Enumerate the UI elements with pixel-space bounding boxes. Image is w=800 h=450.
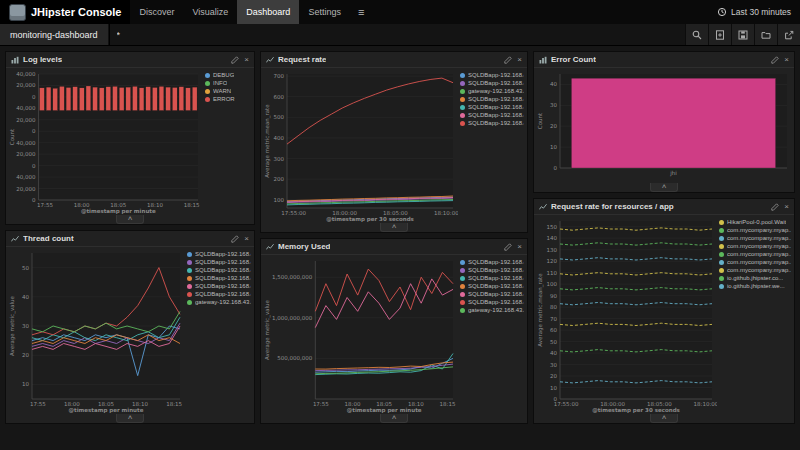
legend-item[interactable]: SQLDBapp-192.168.4... <box>187 251 251 257</box>
legend-item[interactable]: SQLDBapp-192.168.4... <box>460 120 524 126</box>
legend-item[interactable]: SQLDBapp-192.168.4... <box>460 104 524 110</box>
legend-item[interactable]: SQLDBapp-192.168.4... <box>460 72 524 78</box>
legend-color-dot <box>719 220 724 225</box>
panel-title[interactable]: Memory Used <box>278 242 330 251</box>
remove-panel-icon[interactable]: × <box>784 203 789 211</box>
legend-item[interactable]: SQLDBapp-192.168.4... <box>460 80 524 86</box>
legend-item[interactable]: com.mycompany.myap... <box>719 251 791 257</box>
share-button[interactable] <box>777 24 800 45</box>
clock-icon <box>717 7 727 17</box>
load-dashboard-button[interactable] <box>754 24 777 45</box>
svg-text:110: 110 <box>547 270 558 276</box>
legend-color-dot <box>460 89 465 94</box>
legend-item[interactable]: SQLDBapp-192.168.4... <box>187 291 251 297</box>
svg-text:90: 90 <box>550 293 557 299</box>
edit-panel-icon[interactable] <box>771 56 779 64</box>
legend-item[interactable]: gateway-192.168.43.8... <box>460 88 524 94</box>
legend-label: io.github.jhipster.co... <box>727 275 783 281</box>
search-button[interactable] <box>685 24 708 45</box>
legend-item[interactable]: HikariPool-0.pool.Wait <box>719 219 791 225</box>
panel-title[interactable]: Request rate for resources / app <box>551 202 674 211</box>
legend-item[interactable]: io.github.jhipster.co... <box>719 275 791 281</box>
legend-item[interactable]: com.mycompany.myap... <box>719 243 791 249</box>
legend-label: SQLDBapp-192.168.4... <box>468 275 524 281</box>
bar-chart-icon <box>539 56 547 64</box>
time-filter-button[interactable]: Last 30 minutes <box>717 0 800 24</box>
legend-item[interactable]: SQLDBapp-192.168.4... <box>460 283 524 289</box>
collapse-panel-button[interactable]: ˄ <box>534 414 794 423</box>
edit-panel-icon[interactable] <box>504 56 512 64</box>
svg-text:Count: Count <box>9 128 15 145</box>
remove-panel-icon[interactable]: × <box>517 243 522 251</box>
edit-panel-icon[interactable] <box>504 243 512 251</box>
collapse-panel-button[interactable]: ˄ <box>534 183 794 192</box>
save-dashboard-button[interactable] <box>731 24 754 45</box>
collapse-panel-button[interactable]: ˄ <box>6 215 254 224</box>
panel-title[interactable]: Request rate <box>278 55 326 64</box>
panel-header: Request rate × <box>261 52 527 68</box>
svg-text:0: 0 <box>32 128 36 134</box>
nav-item-discover[interactable]: Discover <box>130 0 183 24</box>
legend-color-dot <box>460 308 465 313</box>
legend-color-dot <box>719 228 724 233</box>
legend-item[interactable]: SQLDBapp-192.168.4... <box>187 275 251 281</box>
legend-item[interactable]: SQLDBapp-192.168.4... <box>460 112 524 118</box>
hamburger-menu-icon[interactable]: ≡ <box>350 0 372 24</box>
legend-item[interactable]: SQLDBapp-192.168.4... <box>187 267 251 273</box>
legend-item[interactable]: SQLDBapp-192.168.4... <box>460 267 524 273</box>
panel-log-levels: Log levels × 40,00020,000040,00020,00004… <box>5 51 255 225</box>
legend-item[interactable]: SQLDBapp-192.168.4... <box>460 299 524 305</box>
edit-panel-icon[interactable] <box>771 203 779 211</box>
thread-count-chart: 504030201017:5518:0018:0518:1018:15Avera… <box>8 248 185 413</box>
svg-text:18:10:00: 18:10:00 <box>434 210 458 216</box>
svg-text:700: 700 <box>274 73 285 79</box>
legend-item[interactable]: ERROR <box>205 96 251 102</box>
legend-item[interactable]: DEBUG <box>205 72 251 78</box>
svg-text:40,000: 40,000 <box>16 105 36 111</box>
panel-request-rate: Request rate × 70060050040030020010017:5… <box>260 51 528 233</box>
chevron-up-icon: ˄ <box>380 414 409 423</box>
remove-panel-icon[interactable]: × <box>784 56 789 64</box>
collapse-panel-button[interactable]: ˄ <box>6 414 254 423</box>
legend-item[interactable]: com.mycompany.myap... <box>719 259 791 265</box>
legend-item[interactable]: io.github.jhipster.we... <box>719 283 791 289</box>
legend-item[interactable]: SQLDBapp-192.168.4... <box>460 259 524 265</box>
collapse-panel-button[interactable]: ˄ <box>261 223 527 232</box>
panel-header: Memory Used × <box>261 239 527 255</box>
legend-item[interactable]: INFO <box>205 80 251 86</box>
legend-item[interactable]: gateway-192.168.43.8... <box>187 299 251 305</box>
nav-item-visualize[interactable]: Visualize <box>183 0 237 24</box>
legend-item[interactable]: SQLDBapp-192.168.4... <box>460 291 524 297</box>
legend-item[interactable]: com.mycompany.myap... <box>719 227 791 233</box>
collapse-panel-button[interactable]: ˄ <box>261 414 527 423</box>
edit-panel-icon[interactable] <box>231 56 239 64</box>
new-dashboard-button[interactable] <box>708 24 731 45</box>
svg-text:400: 400 <box>274 135 285 141</box>
svg-text:140: 140 <box>547 235 558 241</box>
remove-panel-icon[interactable]: × <box>517 56 522 64</box>
panel-title[interactable]: Thread count <box>23 234 74 243</box>
legend-item[interactable]: SQLDBapp-192.168.4... <box>460 275 524 281</box>
legend-item[interactable]: SQLDBapp-192.168.4... <box>460 96 524 102</box>
legend-item[interactable]: com.mycompany.myap... <box>719 267 791 273</box>
dashboard-title[interactable]: monitoring-dashboard <box>0 24 109 45</box>
remove-panel-icon[interactable]: × <box>244 235 249 243</box>
legend-item[interactable]: gateway-192.168.43.8... <box>460 307 524 313</box>
svg-text:0: 0 <box>554 165 558 171</box>
remove-panel-icon[interactable]: × <box>244 56 249 64</box>
panel-error-count: Error Count × 403020100jhiCount ˄ <box>533 51 795 193</box>
legend-label: ERROR <box>213 96 235 102</box>
panel-title[interactable]: Error Count <box>551 55 596 64</box>
query-input[interactable] <box>109 24 685 45</box>
svg-text:Average metric_value: Average metric_value <box>264 299 271 359</box>
chevron-up-icon: ˄ <box>116 215 145 224</box>
legend-item[interactable]: WARN <box>205 88 251 94</box>
legend-item[interactable]: SQLDBapp-192.168.4... <box>187 283 251 289</box>
edit-panel-icon[interactable] <box>231 235 239 243</box>
legend-item[interactable]: SQLDBapp-192.168.4... <box>187 259 251 265</box>
panel-title[interactable]: Log levels <box>23 55 62 64</box>
nav-item-settings[interactable]: Settings <box>299 0 350 24</box>
nav-item-dashboard[interactable]: Dashboard <box>237 0 299 24</box>
legend-item[interactable]: com.mycompany.myap... <box>719 235 791 241</box>
svg-text:0: 0 <box>32 94 36 100</box>
